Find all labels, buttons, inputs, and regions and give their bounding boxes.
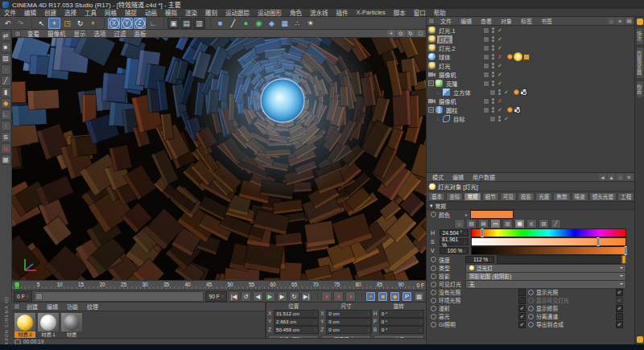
enabled-toggle[interactable]: ✓ <box>503 116 510 122</box>
material-menu-0[interactable]: 创建 <box>23 303 42 311</box>
object-name[interactable]: 灯光 <box>437 62 452 70</box>
layer-icon[interactable] <box>483 107 489 113</box>
start-frame-field[interactable]: 0 F↕ <box>14 291 32 302</box>
kelvin-mode-icon[interactable]: K <box>526 219 537 229</box>
goto-start-button[interactable]: |◀ <box>229 291 239 302</box>
move-tool-icon[interactable]: + <box>48 18 60 29</box>
rgb-mode-icon[interactable]: ▥ <box>502 219 513 229</box>
slider-handle[interactable] <box>481 229 483 237</box>
editor-visibility-dot[interactable] <box>498 116 501 118</box>
object-name[interactable]: 摄像机 <box>437 71 458 79</box>
menu-2[interactable]: 创建 <box>40 8 60 17</box>
search-icon[interactable]: ○ <box>617 174 624 180</box>
dot-tag-icon[interactable] <box>507 107 513 113</box>
slider-handle[interactable] <box>625 246 627 255</box>
render-visibility-dot[interactable] <box>492 110 494 113</box>
spinner-arrows-icon[interactable]: ↕ <box>367 327 369 332</box>
redo-icon[interactable]: ↷ <box>14 18 27 29</box>
layer-icon[interactable] <box>483 27 489 34</box>
enabled-toggle[interactable]: ✓ <box>497 45 503 51</box>
viewport-menu-3[interactable]: 选项 <box>90 29 110 38</box>
last-tool-icon[interactable]: + <box>87 18 99 29</box>
checkbox[interactable] <box>616 313 623 320</box>
timeline-slider-handle[interactable] <box>35 293 43 300</box>
pen-spline-icon[interactable]: ╱ <box>227 18 239 29</box>
editor-visibility-dot[interactable] <box>492 27 494 30</box>
checkbox[interactable]: ✓ <box>616 305 623 312</box>
enable-snap-icon[interactable]: S <box>1 132 11 142</box>
menu-9[interactable]: 渲染 <box>181 8 201 17</box>
editor-visibility-dot[interactable] <box>492 54 494 56</box>
spinner-arrows-icon[interactable]: ↕ <box>367 311 369 316</box>
menu-1[interactable]: 编辑 <box>20 8 40 17</box>
object-axis-mode-icon[interactable]: ◆ <box>1 98 11 109</box>
menu-13[interactable]: 角色 <box>286 8 306 17</box>
undo-icon[interactable]: ↶ <box>2 18 14 29</box>
object-name[interactable]: 克隆 <box>444 80 460 88</box>
back-icon[interactable]: ◄ <box>599 174 606 180</box>
points-mode-icon[interactable]: ∙ <box>1 64 11 75</box>
coord-field[interactable]: 31.512 cm↕ <box>274 310 319 318</box>
editor-visibility-dot[interactable] <box>492 98 494 101</box>
previous-frame-button[interactable]: ◀ <box>253 291 263 302</box>
key-rotation-toggle[interactable]: ◆ <box>390 291 400 302</box>
layer-icon[interactable] <box>483 36 489 43</box>
spinner-arrows-icon[interactable]: ↕ <box>464 249 466 253</box>
hsv-value-field[interactable]: 100 %↕ <box>440 247 469 254</box>
anim-dot-icon[interactable] <box>528 298 534 303</box>
intensity-field[interactable]: 112 %↕ <box>465 256 494 263</box>
attr-menu-1[interactable]: 编辑 <box>448 173 468 181</box>
material-item[interactable]: 材质.1 <box>38 313 59 338</box>
eyedropper-icon[interactable]: ╱ <box>551 219 561 229</box>
viewport-panel-icon[interactable] <box>14 31 21 37</box>
coord-field[interactable]: 0 °↕ <box>379 326 424 334</box>
attr-tab-1[interactable]: 坐标 <box>446 192 463 201</box>
menu-19[interactable]: 帮助 <box>430 8 450 17</box>
editor-visibility-dot[interactable] <box>492 107 494 109</box>
visibility-dots-icon[interactable] <box>492 107 494 113</box>
anim-dot-icon[interactable] <box>431 314 436 319</box>
coord-field[interactable]: 0 °↕ <box>379 310 424 318</box>
particles-icon[interactable]: ∴ <box>291 18 303 29</box>
gradient-slider[interactable] <box>471 237 626 246</box>
material-menu-1[interactable]: 编辑 <box>43 303 62 311</box>
layer-icon[interactable] <box>483 45 489 51</box>
compact-mode-icon[interactable]: ▭ <box>490 219 501 229</box>
side-tab-2[interactable]: 构造 <box>636 80 644 98</box>
environment-icon[interactable]: ▦ <box>279 18 291 29</box>
visibility-dots-icon[interactable] <box>498 116 501 121</box>
intensity-slider[interactable] <box>497 255 626 264</box>
menu-18[interactable]: 窗口 <box>410 8 430 17</box>
color-image-icon[interactable]: ▤ <box>478 219 489 229</box>
object-row[interactable]: 摄像机✓ <box>427 70 634 79</box>
viewport-menu-4[interactable]: 过滤 <box>110 29 130 38</box>
timeline-ruler[interactable]: 0510152025303540455055606570758085900 F <box>12 280 426 290</box>
color-spectrum-icon[interactable]: ▧ <box>466 219 477 229</box>
om-menu-4[interactable]: 标签 <box>517 17 536 25</box>
coord-field[interactable]: 0 cm↕ <box>326 326 371 334</box>
enabled-toggle[interactable]: ✓ <box>497 107 503 113</box>
rotate-view-icon[interactable]: ↻ <box>407 30 415 37</box>
anim-dot-icon[interactable] <box>431 290 436 295</box>
render-visibility-dot[interactable] <box>492 31 494 33</box>
enabled-toggle[interactable]: ✗ <box>497 54 503 60</box>
gradient-slider[interactable] <box>471 246 626 255</box>
visibility-dots-icon[interactable] <box>492 45 494 51</box>
attr-tab-7[interactable]: 焦散 <box>553 192 570 201</box>
anim-dot-icon[interactable] <box>528 314 534 319</box>
render-visibility-dot[interactable] <box>492 57 494 60</box>
lock-z-axis-icon[interactable]: Z <box>134 18 146 29</box>
attr-tab-9[interactable]: 镜头光晕 <box>589 192 617 201</box>
checkbox[interactable]: ✓ <box>518 305 526 312</box>
render-visibility-dot[interactable] <box>492 39 494 42</box>
layer-icon[interactable] <box>483 72 489 78</box>
object-name[interactable]: 灯光.1 <box>437 27 457 35</box>
side-tab-1[interactable]: 内容浏览器 <box>636 47 644 79</box>
attr-tab-6[interactable]: 光度 <box>535 192 552 201</box>
om-menu-2[interactable]: 查看 <box>477 17 496 25</box>
visibility-dots-icon[interactable] <box>492 72 494 77</box>
spinner-arrows-icon[interactable]: ↕ <box>419 327 422 332</box>
menu-11[interactable]: 运动跟踪 <box>221 8 254 17</box>
spinner-arrows-icon[interactable]: ↕ <box>27 294 29 299</box>
layer-icon[interactable] <box>489 89 496 96</box>
